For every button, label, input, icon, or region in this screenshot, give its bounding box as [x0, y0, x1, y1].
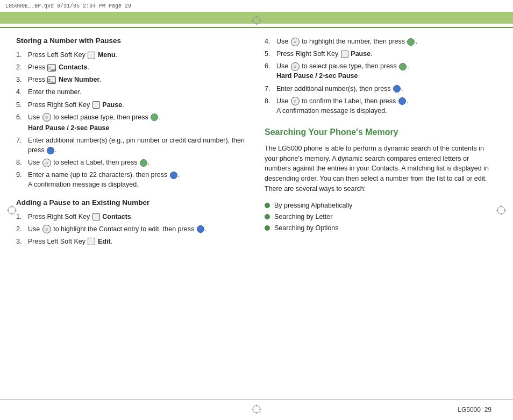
list-item: Searching by Options: [265, 224, 497, 232]
ok-blue-icon: [197, 225, 204, 233]
list-item: 2. Press 2abc Contacts.: [16, 62, 248, 72]
list-item: 3. Press 2abc New Number.: [16, 75, 248, 84]
soft-key-icon: [341, 51, 348, 58]
bullet-icon: [265, 203, 270, 208]
svg-point-0: [253, 17, 260, 24]
list-item: Searching by Letter: [265, 213, 497, 220]
nav-icon: ○: [42, 159, 51, 167]
list-item: 8. Use ○ to select a Label, then press .: [16, 158, 248, 167]
key-2abc-icon: 2abc: [47, 64, 56, 72]
list-item: 4. Use ○ to highlight the number, then p…: [265, 37, 497, 46]
ok-icon: [151, 113, 158, 121]
nav-icon: ○: [42, 225, 51, 233]
nav-icon: ○: [291, 62, 300, 71]
crosshair-left-icon: [6, 205, 17, 216]
search-section-heading: Searching Your Phone's Memory: [265, 127, 497, 137]
svg-point-5: [8, 207, 16, 214]
ok-icon: [407, 38, 415, 46]
bullet-list: By pressing Alphabetically Searching by …: [265, 202, 497, 232]
nav-icon: ○: [42, 113, 51, 122]
list-item: 3. Press Left Soft Key Edit.: [16, 237, 248, 246]
bullet-icon: [265, 214, 270, 219]
list-item: 6. Use ○ to select pause type, then pres…: [16, 112, 248, 133]
soft-key-icon: [92, 101, 100, 109]
left-column: Storing a Number with Pauses 1. Press Le…: [16, 32, 248, 396]
list-item: 1. Press Left Soft Key Menu.: [16, 50, 248, 60]
list-item: 2. Use ○ to highlight the Contact entry …: [16, 224, 248, 234]
svg-point-15: [253, 405, 260, 413]
search-body-text: The LG5000 phone is able to perform a dy…: [265, 144, 497, 194]
nav-icon: ○: [291, 97, 300, 105]
section1-steps: 1. Press Left Soft Key Menu. 2. Press 2a…: [16, 50, 248, 190]
section2-heading: Adding a Pause to an Existing Number: [16, 198, 248, 207]
crosshair-right-icon: [496, 205, 507, 216]
section1-heading: Storing a Number with Pauses: [16, 37, 248, 45]
ok-blue-icon: [398, 97, 406, 105]
ok-blue-icon: [170, 172, 177, 179]
svg-point-10: [497, 207, 505, 214]
nav-icon: ○: [291, 38, 300, 46]
list-item: 7. Enter additional number(s), then pres…: [265, 84, 497, 94]
list-item: 7. Enter additional number(s) (e.g., pin…: [16, 136, 248, 155]
right-column: 4. Use ○ to highlight the number, then p…: [265, 32, 497, 396]
bullet-icon: [265, 225, 270, 231]
ok-blue-icon: [47, 147, 54, 154]
list-item: By pressing Alphabetically: [265, 202, 497, 209]
crosshair-bottom-icon: [251, 404, 262, 415]
list-item: 6. Use ○ to select pause type, then pres…: [265, 61, 497, 81]
header-text: LG5000E_.BP.qxd 8/31/05 2:34 PM Page 29: [5, 3, 131, 9]
main-content: Storing a Number with Pauses 1. Press Le…: [16, 32, 497, 396]
soft-key-icon: [92, 213, 100, 220]
list-item: 4. Enter the number.: [16, 87, 248, 97]
list-item: 9. Enter a name (up to 22 characters), t…: [16, 170, 248, 189]
list-item: 5. Press Right Soft Key Pause.: [16, 100, 248, 110]
crosshair-top-icon: [251, 15, 262, 26]
ok-blue-icon: [393, 85, 401, 92]
list-item: 8. Use ○ to confirm the Label, then pres…: [265, 96, 497, 116]
list-item: 1. Press Right Soft Key Contacts.: [16, 212, 248, 222]
soft-key-icon: [88, 52, 95, 59]
key-2abc-icon: 2abc: [47, 76, 56, 84]
ok-icon: [140, 159, 147, 167]
ok-icon: [399, 63, 407, 70]
continued-steps: 4. Use ○ to highlight the number, then p…: [265, 37, 497, 116]
section2-steps: 1. Press Right Soft Key Contacts. 2. Use…: [16, 212, 248, 246]
list-item: 5. Press Right Soft Key Pause.: [265, 49, 497, 59]
page-number: LG5000 29: [458, 406, 491, 414]
soft-key-icon: [88, 238, 95, 245]
